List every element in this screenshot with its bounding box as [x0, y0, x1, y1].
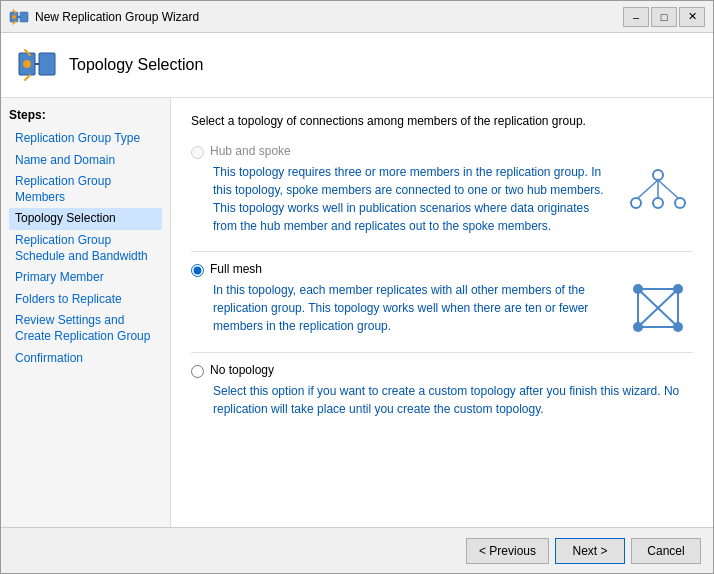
- previous-button[interactable]: < Previous: [466, 538, 549, 564]
- topology-full-mesh-option: Full mesh In this topology, each member …: [191, 262, 693, 336]
- hub-spoke-radio[interactable]: [191, 146, 204, 159]
- svg-point-5: [23, 60, 31, 68]
- svg-line-12: [658, 180, 678, 198]
- minimize-button[interactable]: –: [623, 7, 649, 27]
- svg-rect-4: [39, 53, 55, 75]
- svg-point-16: [633, 284, 643, 294]
- wizard-header: Topology Selection: [1, 33, 713, 98]
- no-topology-label[interactable]: No topology: [210, 363, 274, 377]
- sidebar-item-confirmation[interactable]: Confirmation: [9, 348, 162, 370]
- separator-1: [191, 251, 693, 252]
- sidebar: Steps: Replication Group Type Name and D…: [1, 98, 171, 527]
- close-button[interactable]: ✕: [679, 7, 705, 27]
- wizard-footer: < Previous Next > Cancel: [1, 527, 713, 573]
- svg-point-17: [673, 284, 683, 294]
- window-title: New Replication Group Wizard: [35, 10, 623, 24]
- sidebar-heading: Steps:: [9, 108, 162, 122]
- cancel-button[interactable]: Cancel: [631, 538, 701, 564]
- wizard-window: New Replication Group Wizard – □ ✕ Topol…: [0, 0, 714, 574]
- sidebar-item-folders-to-replicate[interactable]: Folders to Replicate: [9, 289, 162, 311]
- svg-point-2: [12, 15, 16, 19]
- sidebar-item-name-and-domain[interactable]: Name and Domain: [9, 150, 162, 172]
- sidebar-item-topology-selection[interactable]: Topology Selection: [9, 208, 162, 230]
- sidebar-item-primary-member[interactable]: Primary Member: [9, 267, 162, 289]
- topology-no-topology-option: No topology Select this option if you wa…: [191, 363, 693, 418]
- svg-point-6: [653, 170, 663, 180]
- full-mesh-radio[interactable]: [191, 264, 204, 277]
- svg-point-8: [653, 198, 663, 208]
- full-mesh-icon: [623, 281, 693, 336]
- next-button[interactable]: Next >: [555, 538, 625, 564]
- svg-rect-1: [20, 12, 28, 22]
- maximize-button[interactable]: □: [651, 7, 677, 27]
- full-mesh-description: In this topology, each member replicates…: [213, 281, 611, 335]
- app-icon: [9, 7, 29, 27]
- hub-spoke-label[interactable]: Hub and spoke: [210, 144, 291, 158]
- full-mesh-label[interactable]: Full mesh: [210, 262, 262, 276]
- wizard-icon: [17, 45, 57, 85]
- svg-point-9: [675, 198, 685, 208]
- window-controls: – □ ✕: [623, 7, 705, 27]
- content-area: Steps: Replication Group Type Name and D…: [1, 98, 713, 527]
- topology-hub-spoke-option: Hub and spoke This topology requires thr…: [191, 144, 693, 235]
- svg-line-10: [638, 180, 658, 198]
- hub-spoke-description: This topology requires three or more mem…: [213, 163, 611, 235]
- svg-point-18: [633, 322, 643, 332]
- main-panel: Select a topology of connections among m…: [171, 98, 713, 527]
- sidebar-item-replication-group-type[interactable]: Replication Group Type: [9, 128, 162, 150]
- sidebar-item-replication-group-schedule[interactable]: Replication Group Schedule and Bandwidth: [9, 230, 162, 267]
- no-topology-radio[interactable]: [191, 365, 204, 378]
- separator-2: [191, 352, 693, 353]
- sidebar-item-replication-group-members[interactable]: Replication Group Members: [9, 171, 162, 208]
- title-bar: New Replication Group Wizard – □ ✕: [1, 1, 713, 33]
- svg-point-7: [631, 198, 641, 208]
- no-topology-description: Select this option if you want to create…: [213, 382, 693, 418]
- sidebar-item-review-settings[interactable]: Review Settings and Create Replication G…: [9, 310, 162, 347]
- hub-spoke-icon: [623, 163, 693, 218]
- main-instruction: Select a topology of connections among m…: [191, 114, 693, 128]
- svg-point-19: [673, 322, 683, 332]
- page-title: Topology Selection: [69, 56, 203, 74]
